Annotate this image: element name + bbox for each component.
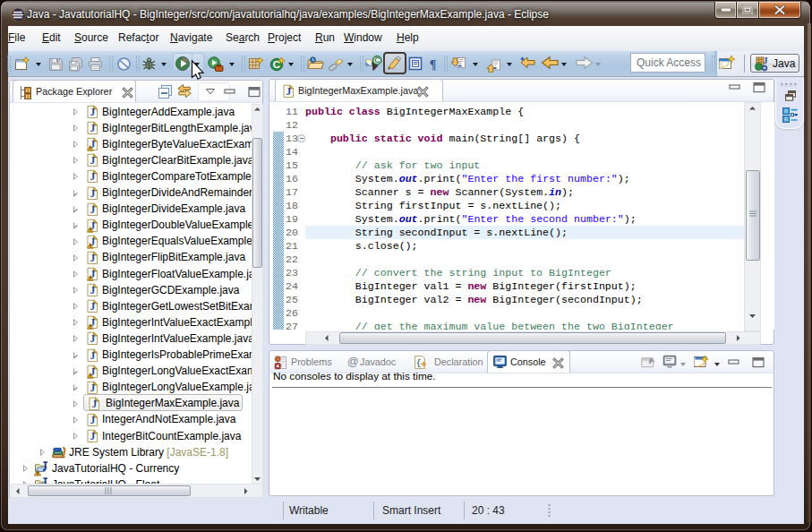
svg-text:J: J (90, 431, 96, 442)
svg-text:¶: ¶ (430, 58, 437, 72)
svg-text:J: J (90, 382, 96, 393)
svg-text:J: J (90, 123, 96, 133)
svg-text:J: J (90, 415, 96, 425)
svg-text:J: J (90, 301, 96, 312)
svg-text:J: J (764, 56, 768, 65)
svg-text:J: J (92, 399, 98, 409)
svg-text:{‍: {‍ (416, 359, 421, 368)
svg-text:J: J (90, 188, 96, 199)
svg-text:J: J (90, 204, 96, 215)
svg-text:C: C (374, 56, 380, 64)
svg-text:J: J (90, 285, 96, 296)
svg-text:J: J (90, 172, 96, 183)
svg-text:J: J (90, 334, 96, 345)
svg-text:J: J (90, 155, 96, 166)
svg-text:J: J (286, 86, 292, 97)
svg-text:J: J (90, 107, 96, 117)
svg-text:J: J (90, 253, 96, 263)
svg-text:J: J (90, 350, 96, 361)
